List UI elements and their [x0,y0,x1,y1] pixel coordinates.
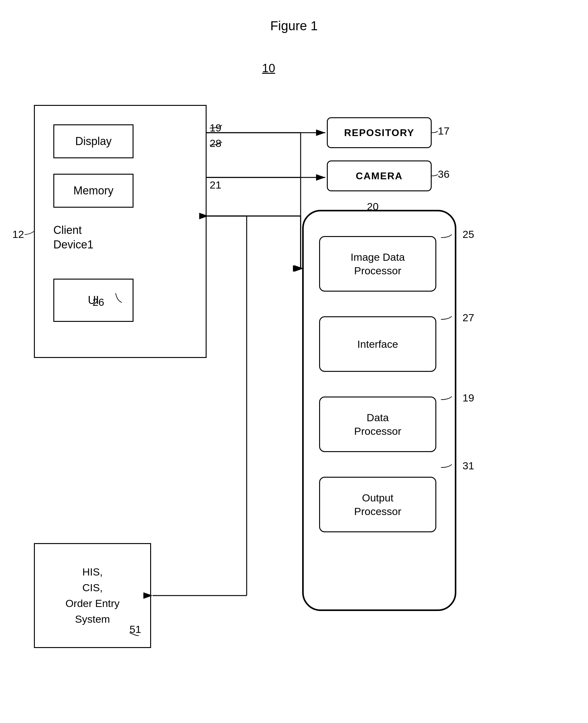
ref-21: 21 [210,179,222,191]
ref-28: 28 [210,137,222,149]
ref-25: 25 [462,228,474,240]
ref-17: 17 [438,125,449,137]
camera-label: CAMERA [356,170,403,182]
image-data-processor-label: Image DataProcessor [351,250,405,277]
interface-box: Interface [319,316,436,372]
memory-label: Memory [74,184,113,197]
data-processor-box: DataProcessor [319,397,436,452]
data-processor-label: DataProcessor [354,411,401,438]
server-outer-box: Image DataProcessor Interface DataProces… [302,210,456,611]
interface-label: Interface [357,337,398,351]
ref-31: 31 [462,460,474,472]
client-device-outer-box: Display Memory ClientDevice1 UI [34,105,207,358]
repository-box: REPOSITORY [327,117,432,148]
display-label: Display [75,135,112,148]
his-cis-label: HIS,CIS,Order EntrySystem [65,564,120,627]
output-processor-label: OutputProcessor [354,491,401,518]
ref-51: 51 [129,623,141,635]
ref-10-label: 10 [262,62,275,75]
ref-26: 26 [92,296,104,308]
ref-12: 12 [12,228,24,240]
memory-box: Memory [53,174,133,208]
image-data-processor-box: Image DataProcessor [319,236,436,292]
figure-title: Figure 1 [270,19,318,33]
output-processor-box: OutputProcessor [319,477,436,532]
display-box: Display [53,124,133,158]
camera-box: CAMERA [327,160,432,191]
ref-27: 27 [462,312,474,324]
repository-label: REPOSITORY [344,127,414,139]
ref-19-display: 19 [210,122,222,134]
ref-36: 36 [438,168,449,180]
ref-19-dp: 19 [462,392,474,404]
client-device-label: ClientDevice1 [53,223,93,252]
